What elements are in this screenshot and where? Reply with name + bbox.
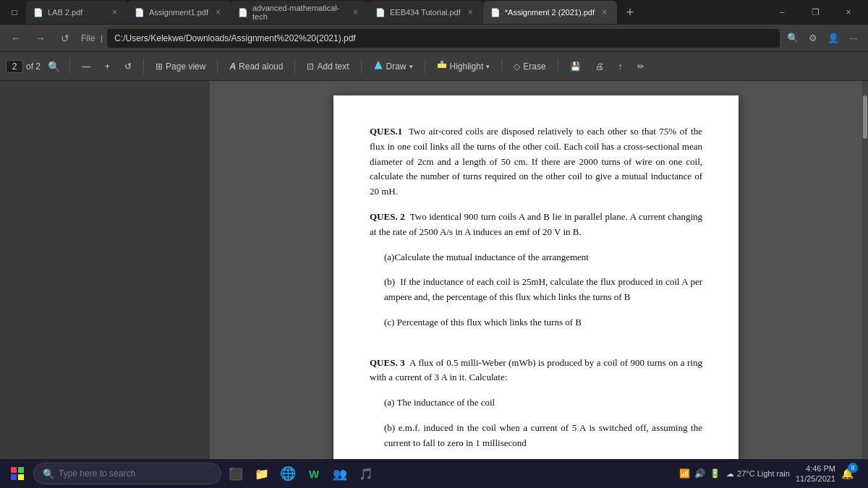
new-tab-button[interactable]: +: [620, 2, 640, 22]
taskbar-app-teams[interactable]: 👥: [328, 462, 352, 485]
svg-rect-2: [441, 61, 443, 64]
zoom-in-button[interactable]: +: [99, 59, 116, 74]
tab-close-active[interactable]: ×: [599, 6, 610, 19]
draw-label: Draw: [386, 61, 407, 72]
zoom-out-button[interactable]: —: [76, 59, 96, 74]
draw-button[interactable]: Draw ▾: [367, 57, 419, 75]
tab-assignment2[interactable]: 📄 *Assignment 2 (2021).pdf ×: [483, 1, 617, 24]
address-input[interactable]: [107, 29, 780, 48]
battery-icon: 🔋: [710, 468, 720, 479]
search-icon[interactable]: 🔍: [784, 30, 801, 47]
rotate-button[interactable]: ↺: [119, 59, 137, 74]
erase-label: Erase: [523, 61, 545, 72]
pdf-viewer[interactable]: QUES.1 Two air-cored coils are disposed …: [210, 81, 862, 459]
clock[interactable]: 4:46 PM 11/25/2021: [796, 463, 835, 484]
file-label: File: [81, 33, 95, 43]
tab-close[interactable]: ×: [109, 6, 120, 19]
tab-label: LAB 2.pdf: [48, 8, 82, 17]
erase-button[interactable]: ◇ Erase: [508, 59, 551, 74]
page-view-label: Page view: [166, 61, 205, 72]
tab-close[interactable]: ×: [465, 6, 476, 19]
scrollbar[interactable]: [862, 81, 868, 459]
path-separator: |: [101, 34, 103, 43]
weather-display: ☁ 27°C Light rain: [726, 469, 790, 479]
add-text-icon: ⊡: [307, 61, 314, 72]
tab-lab2[interactable]: 📄 LAB 2.pdf ×: [26, 1, 127, 24]
restore-button[interactable]: ❐: [799, 0, 832, 25]
toolbar-separator-8: [558, 59, 558, 74]
account-icon[interactable]: 👤: [825, 30, 842, 47]
read-aloud-icon: A: [229, 61, 236, 72]
q3-subb: (b) e.m.f. induced in the coil when a cu…: [384, 421, 702, 451]
toolbar-separator-7: [501, 59, 502, 74]
save-button[interactable]: 💾: [564, 59, 587, 74]
question-3-text: QUES. 3 A flux of 0.5 milli-Weber (mWb) …: [370, 356, 702, 386]
main-area: QUES.1 Two air-cored coils are disposed …: [0, 81, 868, 459]
print-button[interactable]: 🖨: [590, 59, 610, 74]
more-icon[interactable]: ···: [845, 30, 862, 47]
read-aloud-button[interactable]: A Read aloud: [224, 59, 289, 74]
clock-time: 4:46 PM: [796, 463, 835, 474]
notification-badge: 8: [848, 463, 858, 473]
q2-title: QUES. 2: [370, 211, 405, 222]
page-number-input[interactable]: [6, 60, 23, 73]
minimize-button[interactable]: –: [765, 0, 799, 25]
system-tray: 📶 🔊 🔋: [679, 468, 720, 479]
refresh-button[interactable]: ↺: [55, 28, 75, 48]
close-button[interactable]: ×: [832, 0, 865, 25]
tab-label: *Assignment 2 (2021).pdf: [505, 8, 595, 17]
svg-marker-0: [375, 61, 382, 69]
q2-suba: (a)Calculate the mutual inductance of th…: [384, 250, 702, 265]
tab-eeb434[interactable]: 📄 EEB434 Tutorial.pdf ×: [368, 1, 483, 24]
tab-icon: 📄: [238, 8, 248, 17]
taskbar-search-bar[interactable]: 🔍: [33, 463, 221, 484]
notification-area[interactable]: 🔔 8: [841, 468, 864, 479]
tab-close[interactable]: ×: [350, 6, 361, 19]
q2-subb-text: If the inductance of each coil is 25mH, …: [384, 276, 702, 302]
start-button[interactable]: [4, 461, 30, 487]
highlight-button[interactable]: Highlight ▾: [431, 57, 496, 75]
taskbar-right: 📶 🔊 🔋 ☁ 27°C Light rain 4:46 PM 11/25/20…: [679, 463, 864, 484]
tab-close[interactable]: ×: [213, 6, 224, 19]
toolbar-separator-4: [294, 59, 295, 74]
share-button[interactable]: ↑: [613, 59, 629, 74]
taskbar-app-explorer[interactable]: 📁: [250, 462, 273, 485]
search-document-button[interactable]: 🔍: [43, 56, 64, 77]
left-panel: [0, 81, 210, 459]
annotation-button[interactable]: ✏: [631, 59, 650, 74]
q1-body: Two air-cored coils are disposed relativ…: [370, 126, 702, 197]
q3-suba: (a) The inductance of the coil: [384, 395, 702, 411]
weather-icon: ☁: [726, 469, 734, 479]
q2-subc: (c) Percentage of this flux which links …: [384, 315, 702, 330]
taskbar-search-input[interactable]: [59, 468, 203, 479]
q3-title: QUES. 3: [370, 357, 405, 368]
page-view-icon: ⊞: [156, 61, 163, 72]
sound-icon: 🔊: [694, 468, 705, 479]
read-aloud-label: Read aloud: [239, 61, 283, 72]
add-text-button[interactable]: ⊡ Add text: [301, 59, 354, 74]
scrollbar-thumb[interactable]: [863, 95, 867, 139]
svg-rect-5: [11, 474, 17, 480]
tab-label: EEB434 Tutorial.pdf: [390, 8, 461, 17]
taskbar-app-tasklist[interactable]: ⬛: [224, 462, 247, 485]
tab-icon: 📄: [375, 8, 386, 17]
back-button[interactable]: ←: [6, 28, 26, 48]
title-bar: □ 📄 LAB 2.pdf × 📄 Assignment1.pdf × 📄 ad…: [0, 0, 868, 25]
tab-assignment1[interactable]: 📄 Assignment1.pdf ×: [127, 1, 231, 24]
highlight-label: Highlight: [450, 61, 484, 72]
forward-button[interactable]: →: [30, 28, 51, 48]
taskbar-app-music[interactable]: 🎵: [354, 462, 378, 485]
toolbar-separator-3: [217, 59, 218, 74]
pdf-page: QUES.1 Two air-cored coils are disposed …: [333, 95, 739, 459]
taskbar-app-edge[interactable]: 🌐: [276, 462, 299, 485]
tab-advanced-math[interactable]: 📄 advanced-mathematical-tech ×: [231, 1, 368, 24]
settings-icon[interactable]: ⚙: [804, 30, 822, 47]
tab-icon: 📄: [33, 8, 43, 17]
page-view-button[interactable]: ⊞ Page view: [150, 59, 211, 74]
page-of-label: of 2: [26, 61, 41, 72]
toolbar: of 2 🔍 — + ↺ ⊞ Page view A Read aloud ⊡ …: [0, 52, 868, 81]
svg-rect-1: [438, 64, 446, 68]
taskbar-app-word[interactable]: W: [302, 462, 326, 485]
taskbar-search-icon: 🔍: [43, 468, 54, 479]
svg-rect-6: [18, 474, 24, 480]
